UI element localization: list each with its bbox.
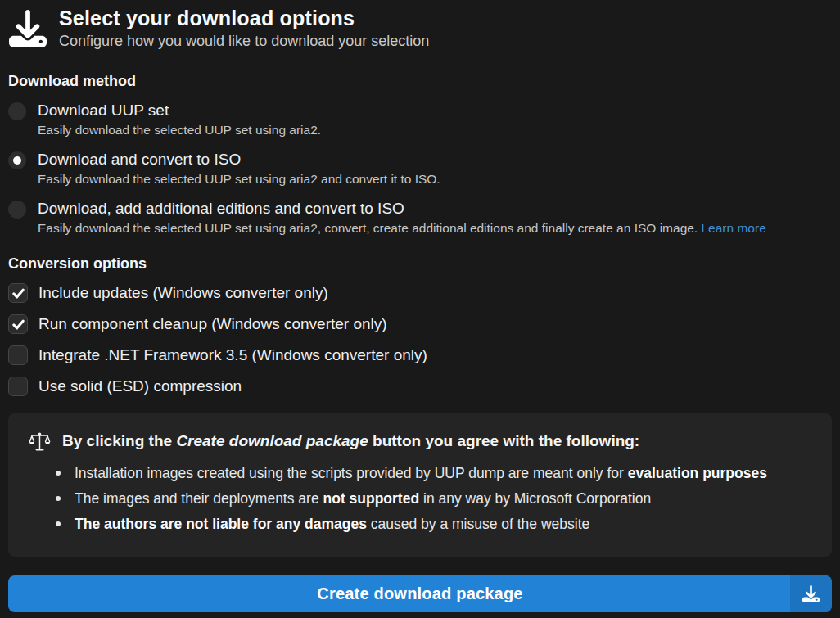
radio-button[interactable] — [8, 201, 26, 219]
checkbox[interactable] — [8, 314, 28, 334]
agreement-bullet: The authors are not liable for any damag… — [54, 514, 811, 534]
checkbox[interactable] — [8, 345, 28, 365]
download-icon — [8, 8, 47, 49]
radio-option-download-additional-editions[interactable]: Download, add additional editions and co… — [8, 198, 832, 237]
radio-description: Easily download the selected UUP set usi… — [38, 219, 766, 237]
check-icon — [11, 286, 25, 300]
page-title: Select your download options — [59, 7, 429, 30]
radio-option-download-uup-set[interactable]: Download UUP set Easily download the sel… — [8, 100, 832, 138]
checkbox[interactable] — [8, 377, 28, 396]
checkbox-label: Run component cleanup (Windows converter… — [38, 314, 387, 335]
header-text: Select your download options Configure h… — [59, 7, 429, 51]
download-icon[interactable] — [790, 575, 832, 612]
checkbox-label: Integrate .NET Framework 3.5 (Windows co… — [38, 345, 427, 366]
radio-button[interactable] — [8, 102, 26, 120]
agreement-box: By clicking the Create download package … — [8, 413, 832, 557]
radio-label: Download, add additional editions and co… — [38, 198, 766, 219]
checkbox[interactable] — [8, 283, 28, 303]
check-icon — [11, 318, 25, 332]
agreement-bullet: The images and their deployments are not… — [54, 489, 811, 508]
checkbox-label: Include updates (Windows converter only) — [38, 282, 328, 304]
download-method-heading: Download method — [8, 72, 832, 90]
checkbox-option-net-framework[interactable]: Integrate .NET Framework 3.5 (Windows co… — [8, 345, 832, 366]
agreement-heading-row: By clicking the Create download package … — [29, 431, 811, 451]
download-options-panel: Select your download options Configure h… — [0, 0, 840, 612]
agreement-heading: By clicking the Create download package … — [62, 431, 639, 451]
create-button-label: Create download package — [317, 584, 522, 603]
agreement-bullet: Installation images created using the sc… — [54, 463, 811, 483]
radio-option-download-convert-iso[interactable]: Download and convert to ISO Easily downl… — [8, 149, 832, 187]
conversion-options-heading: Conversion options — [8, 255, 832, 273]
create-download-package-button[interactable]: Create download package — [8, 575, 832, 612]
page-header: Select your download options Configure h… — [8, 7, 832, 51]
radio-button[interactable] — [8, 151, 26, 169]
radio-label: Download UUP set — [38, 100, 321, 121]
radio-description: Easily download the selected UUP set usi… — [38, 121, 321, 138]
radio-label: Download and convert to ISO — [38, 149, 440, 170]
checkbox-option-component-cleanup[interactable]: Run component cleanup (Windows converter… — [8, 314, 832, 335]
balance-scale-icon — [29, 431, 51, 451]
learn-more-link[interactable]: Learn more — [702, 221, 766, 235]
page-subtitle: Configure how you would like to download… — [59, 31, 429, 51]
agreement-list: Installation images created using the sc… — [54, 463, 811, 534]
checkbox-option-esd-compression[interactable]: Use solid (ESD) compression — [8, 376, 832, 397]
radio-description: Easily download the selected UUP set usi… — [38, 170, 440, 187]
checkbox-option-include-updates[interactable]: Include updates (Windows converter only) — [8, 282, 832, 304]
checkbox-label: Use solid (ESD) compression — [38, 376, 242, 397]
agreement-button-name: Create download package — [176, 432, 368, 449]
